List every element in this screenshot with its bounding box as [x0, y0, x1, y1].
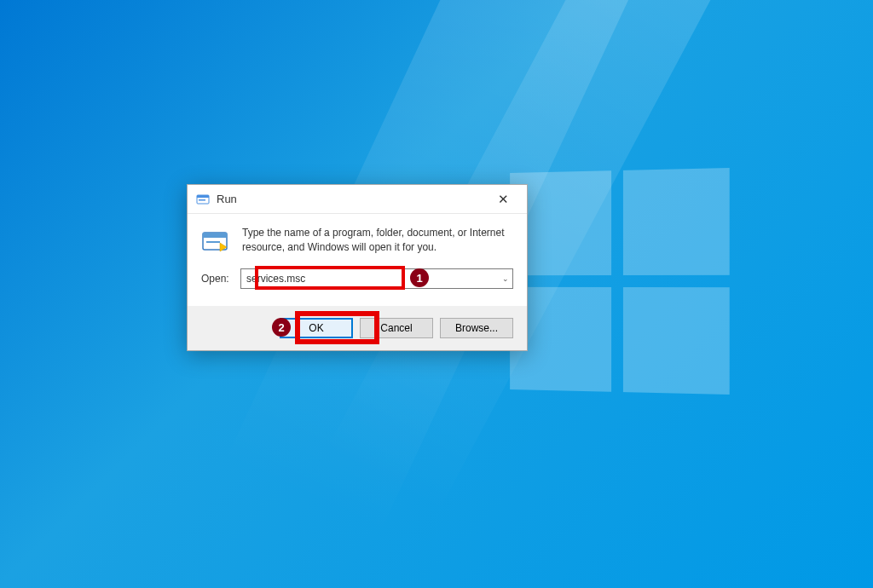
- svg-rect-2: [199, 199, 205, 201]
- open-combobox[interactable]: ⌄: [240, 268, 513, 289]
- dialog-footer: OK Cancel Browse... 2: [188, 306, 527, 350]
- titlebar: Run ✕: [188, 185, 527, 214]
- run-titlebar-icon: [196, 193, 210, 206]
- close-icon: ✕: [498, 192, 509, 207]
- cancel-button[interactable]: Cancel: [360, 318, 433, 338]
- open-label: Open:: [201, 273, 232, 285]
- svg-rect-4: [203, 233, 227, 238]
- dialog-body: Type the name of a program, folder, docu…: [188, 214, 527, 306]
- run-dialog: Run ✕ Type the name of a program, folder…: [187, 184, 528, 351]
- svg-rect-5: [206, 241, 220, 243]
- windows-logo-icon: [510, 168, 730, 395]
- svg-rect-1: [197, 195, 209, 198]
- dialog-description: Type the name of a program, folder, docu…: [242, 226, 513, 255]
- browse-button[interactable]: Browse...: [440, 318, 513, 338]
- ok-button[interactable]: OK: [280, 318, 353, 338]
- close-button[interactable]: ✕: [486, 188, 520, 210]
- open-input[interactable]: [240, 268, 513, 289]
- run-dialog-icon: [201, 228, 230, 257]
- dialog-title: Run: [217, 193, 486, 205]
